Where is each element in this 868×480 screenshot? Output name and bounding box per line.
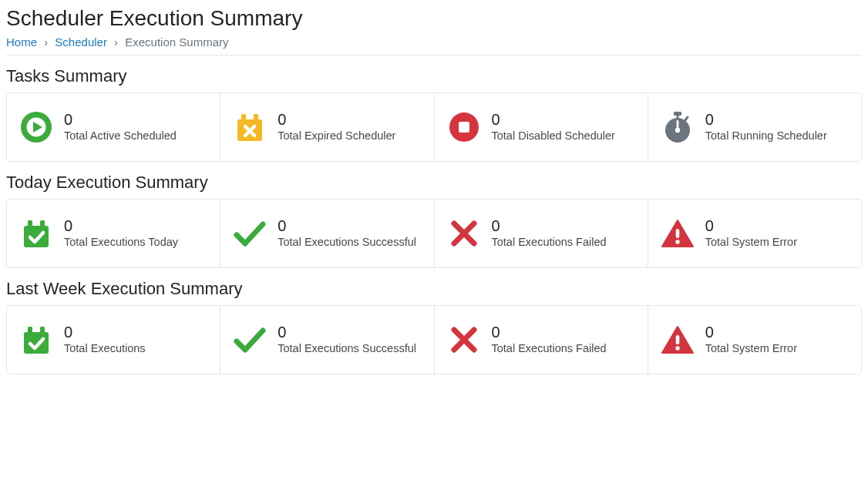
card-value: 0: [705, 111, 827, 128]
svg-rect-5: [254, 114, 258, 121]
x-icon: [447, 323, 481, 357]
card-exec-success-lastweek: 0 Total Executions Successful: [220, 306, 434, 374]
card-label: Total Executions Successful: [278, 236, 416, 249]
section-title-tasks: Tasks Summary: [6, 66, 862, 86]
warning-icon: [661, 217, 695, 250]
card-label: Total System Error: [705, 236, 797, 249]
svg-rect-15: [28, 220, 32, 227]
svg-point-23: [675, 346, 679, 350]
lastweek-summary-row: 0 Total Executions 0 Total Executions Su…: [6, 305, 862, 374]
card-value: 0: [705, 324, 797, 341]
card-label: Total Active Scheduled: [64, 129, 177, 143]
today-summary-row: 0 Total Executions Today 0 Total Executi…: [6, 199, 862, 268]
section-title-lastweek: Last Week Execution Summary: [6, 279, 862, 299]
svg-rect-17: [675, 229, 679, 238]
warning-icon: [661, 323, 695, 357]
card-label: Total System Error: [705, 342, 797, 355]
calendar-x-icon: [233, 110, 267, 144]
card-exec-today: 0 Total Executions Today: [7, 200, 220, 267]
svg-rect-4: [241, 114, 246, 121]
calendar-check-icon: [19, 217, 53, 250]
card-active-scheduled: 0 Total Active Scheduled: [7, 93, 220, 161]
page-title: Scheduler Execution Summary: [6, 6, 862, 31]
svg-rect-12: [676, 120, 678, 129]
svg-rect-9: [676, 114, 678, 118]
card-exec-failed-today: 0 Total Executions Failed: [435, 200, 648, 267]
card-exec-failed-lastweek: 0 Total Executions Failed: [435, 306, 648, 374]
card-label: Total Executions Failed: [492, 236, 607, 249]
section-title-today: Today Execution Summary: [6, 173, 862, 193]
breadcrumb-scheduler[interactable]: Scheduler: [55, 35, 107, 49]
svg-rect-21: [40, 327, 45, 334]
card-running-scheduler: 0 Total Running Scheduler: [648, 93, 861, 161]
svg-rect-7: [459, 122, 469, 133]
stop-circle-icon: [447, 110, 481, 144]
stopwatch-icon: [661, 110, 695, 144]
card-value: 0: [64, 217, 178, 234]
calendar-check-icon: [19, 323, 53, 357]
card-value: 0: [64, 324, 146, 341]
card-label: Total Expired Scheduler: [278, 129, 395, 143]
card-value: 0: [64, 111, 177, 128]
card-value: 0: [278, 111, 395, 128]
svg-rect-20: [28, 327, 32, 334]
breadcrumb-sep: ›: [44, 35, 48, 49]
tasks-summary-row: 0 Total Active Scheduled 0 Total Expired…: [6, 92, 862, 162]
card-system-error-lastweek: 0 Total System Error: [648, 306, 861, 374]
breadcrumb-current: Execution Summary: [125, 35, 228, 49]
check-icon: [233, 323, 267, 357]
card-value: 0: [705, 217, 797, 234]
x-icon: [447, 217, 481, 250]
svg-rect-22: [675, 335, 679, 344]
card-value: 0: [278, 324, 416, 341]
svg-rect-16: [40, 220, 45, 227]
svg-point-18: [675, 240, 679, 243]
card-value: 0: [492, 111, 615, 128]
card-label: Total Disabled Scheduler: [492, 129, 615, 143]
breadcrumb-home[interactable]: Home: [6, 35, 37, 49]
play-circle-icon: [19, 110, 53, 144]
card-value: 0: [278, 217, 416, 234]
card-label: Total Executions Failed: [492, 342, 607, 355]
check-icon: [233, 217, 267, 250]
card-value: 0: [492, 324, 607, 341]
card-value: 0: [492, 217, 607, 234]
svg-rect-14: [24, 226, 49, 247]
card-label: Total Executions: [64, 342, 146, 355]
svg-rect-19: [24, 332, 49, 354]
card-exec-success-today: 0 Total Executions Successful: [220, 200, 434, 267]
card-label: Total Executions Successful: [278, 342, 416, 355]
svg-rect-13: [684, 116, 689, 122]
card-label: Total Running Scheduler: [705, 129, 827, 143]
card-exec-lastweek: 0 Total Executions: [7, 306, 220, 374]
breadcrumb: Home › Scheduler › Execution Summary: [6, 35, 862, 55]
card-label: Total Executions Today: [64, 236, 178, 249]
card-disabled-scheduler: 0 Total Disabled Scheduler: [435, 93, 648, 161]
breadcrumb-sep: ›: [114, 35, 118, 49]
card-expired-scheduler: 0 Total Expired Scheduler: [220, 93, 434, 161]
card-system-error-today: 0 Total System Error: [648, 200, 861, 267]
